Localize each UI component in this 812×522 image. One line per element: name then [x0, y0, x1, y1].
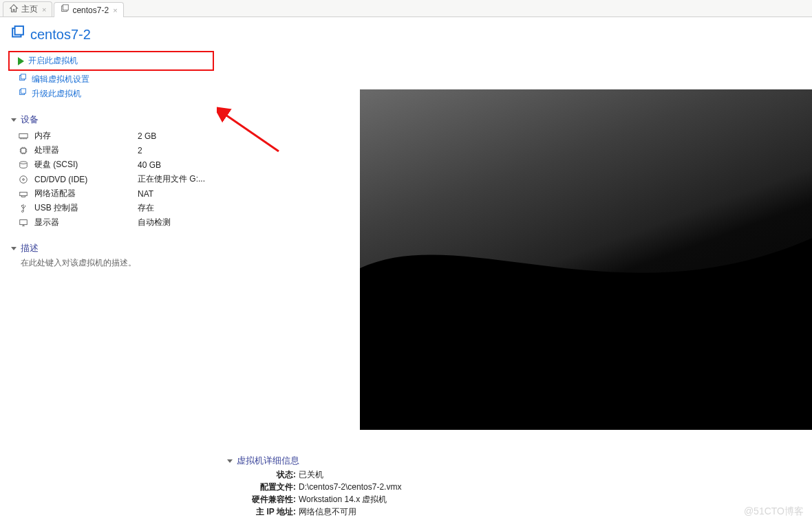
devices-table: 内存 2 GB 处理器 2 硬盘 (SCSI) 40 GB CD/DVD (ID… — [11, 129, 214, 230]
annotation-arrow — [217, 89, 361, 172]
description-placeholder[interactable]: 在此处键入对该虚拟机的描述。 — [11, 257, 214, 269]
section-title: 虚拟机详细信息 — [237, 455, 299, 467]
tab-label: centos7-2 — [72, 6, 109, 15]
devices-section: 设备 内存 2 GB 处理器 2 硬盘 (SCSI) 40 GB — [11, 113, 214, 230]
vm-icon — [10, 25, 25, 44]
device-label: 网络适配器 — [34, 188, 132, 199]
device-label: USB 控制器 — [34, 202, 132, 214]
device-value: 2 — [138, 146, 142, 155]
detail-value: 已关机 — [299, 468, 323, 481]
detail-label: 状态: — [246, 468, 296, 481]
detail-row-config: 配置文件: D:\centos7-2\centos7-2.vmx — [227, 481, 640, 493]
detail-label: 硬件兼容性: — [246, 493, 296, 505]
upgrade-link[interactable]: 升级此虚拟机 — [3, 87, 214, 101]
device-label: 内存 — [34, 130, 132, 142]
svg-point-11 — [20, 175, 28, 183]
description-section: 描述 在此处键入对该虚拟机的描述。 — [11, 242, 214, 269]
detail-row-state: 状态: 已关机 — [227, 468, 640, 481]
device-value: 40 GB — [138, 160, 161, 170]
usb-icon — [18, 204, 29, 213]
detail-label: 主 IP 地址: — [246, 505, 296, 518]
memory-icon — [18, 131, 29, 141]
device-label: 显示器 — [34, 217, 132, 228]
svg-rect-3 — [15, 26, 23, 34]
svg-point-12 — [23, 178, 25, 180]
detail-label: 配置文件: — [246, 481, 296, 493]
svg-point-10 — [20, 161, 28, 164]
vm-icon — [60, 4, 70, 16]
annotation-highlight: 开启此虚拟机 — [8, 51, 214, 71]
section-title: 描述 — [21, 242, 39, 254]
page-header: centos7-2 — [0, 17, 812, 50]
close-icon[interactable]: × — [113, 6, 117, 14]
close-icon[interactable]: × — [42, 6, 46, 14]
preview-wave — [360, 89, 812, 430]
tab-vm[interactable]: centos7-2 × — [54, 2, 123, 17]
link-label: 编辑虚拟机设置 — [32, 74, 89, 85]
network-icon — [18, 189, 29, 199]
device-value: 正在使用文件 G:... — [138, 173, 205, 185]
cd-icon — [18, 175, 29, 184]
section-title: 设备 — [21, 113, 39, 126]
detail-value: Workstation 14.x 虚拟机 — [299, 493, 387, 505]
disk-icon — [18, 160, 29, 170]
vm-preview[interactable] — [360, 89, 812, 430]
svg-rect-1 — [63, 5, 69, 10]
device-row-cpu[interactable]: 处理器 2 — [11, 143, 214, 157]
device-label: CD/DVD (IDE) — [34, 175, 132, 184]
section-header-devices[interactable]: 设备 — [11, 113, 214, 126]
svg-rect-8 — [19, 133, 28, 138]
page-title: centos7-2 — [30, 27, 91, 43]
device-label: 硬盘 (SCSI) — [34, 159, 132, 171]
detail-value: D:\centos7-2\centos7-2.vmx — [299, 481, 401, 493]
device-row-memory[interactable]: 内存 2 GB — [11, 129, 214, 143]
chevron-down-icon — [227, 459, 233, 463]
device-row-usb[interactable]: USB 控制器 存在 — [11, 201, 214, 215]
play-icon — [18, 57, 24, 65]
svg-rect-13 — [20, 192, 28, 195]
left-panel: 开启此虚拟机 编辑虚拟机设置 升级此虚拟机 设备 内存 — [0, 50, 217, 520]
tab-bar: 主页 × centos7-2 × — [0, 0, 812, 17]
svg-rect-5 — [21, 74, 25, 79]
svg-rect-14 — [20, 219, 28, 224]
section-header-details[interactable]: 虚拟机详细信息 — [227, 455, 640, 467]
edit-settings-link[interactable]: 编辑虚拟机设置 — [3, 72, 214, 87]
display-icon — [18, 218, 29, 228]
detail-value: 网络信息不可用 — [299, 505, 356, 518]
svg-rect-7 — [21, 89, 25, 94]
chevron-down-icon — [11, 247, 17, 250]
watermark: @51CTO博客 — [744, 505, 804, 518]
link-label: 开启此虚拟机 — [28, 55, 78, 67]
settings-icon — [18, 74, 28, 85]
upgrade-icon — [18, 88, 28, 100]
tab-label: 主页 — [21, 3, 38, 15]
device-label: 处理器 — [34, 144, 132, 156]
detail-row-compat: 硬件兼容性: Workstation 14.x 虚拟机 — [227, 493, 640, 505]
link-label: 升级此虚拟机 — [32, 88, 81, 100]
tab-home[interactable]: 主页 × — [3, 1, 52, 17]
power-on-link[interactable]: 开启此虚拟机 — [10, 54, 213, 68]
vm-details-section: 虚拟机详细信息 状态: 已关机 配置文件: D:\centos7-2\cento… — [227, 455, 640, 518]
device-row-display[interactable]: 显示器 自动检测 — [11, 215, 214, 230]
device-row-network[interactable]: 网络适配器 NAT — [11, 186, 214, 201]
svg-line-15 — [224, 113, 279, 151]
detail-row-ip: 主 IP 地址: 网络信息不可用 — [227, 505, 640, 518]
device-value: 2 GB — [138, 131, 156, 141]
right-panel — [217, 50, 812, 520]
cpu-icon — [18, 146, 29, 155]
chevron-down-icon — [11, 118, 17, 122]
device-value: 存在 — [138, 202, 154, 214]
svg-rect-9 — [21, 148, 26, 153]
device-row-cd[interactable]: CD/DVD (IDE) 正在使用文件 G:... — [11, 172, 214, 186]
device-value: 自动检测 — [138, 217, 171, 228]
home-icon — [9, 3, 19, 15]
section-header-description[interactable]: 描述 — [11, 242, 214, 254]
device-row-disk[interactable]: 硬盘 (SCSI) 40 GB — [11, 157, 214, 172]
device-value: NAT — [138, 189, 153, 199]
